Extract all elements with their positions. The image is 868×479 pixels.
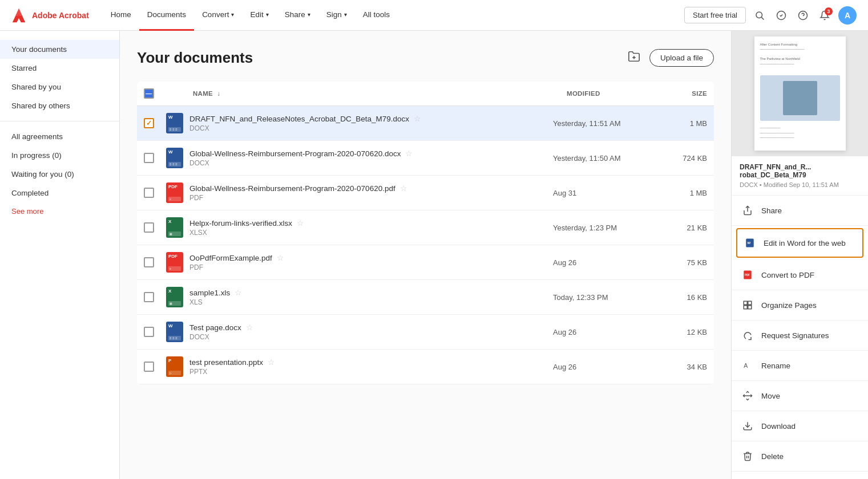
see-more-link[interactable]: See more <box>0 202 119 220</box>
col-header-name[interactable]: NAME ↓ <box>186 82 560 106</box>
search-button[interactable] <box>752 7 768 23</box>
preview-action-label: Organize Pages <box>761 301 817 310</box>
file-row[interactable]: W ≡ ≡ ≡ DRAFT_NFN_and_ReleaseNotes_Acrob… <box>137 106 714 140</box>
preview-action-share[interactable]: Share <box>732 196 868 226</box>
file-name: test presentation.pptx ☆ <box>189 358 553 367</box>
user-avatar[interactable]: A <box>838 6 857 25</box>
app-logo[interactable]: Adobe Acrobat <box>11 7 89 23</box>
col-header-checkbox: — <box>137 82 161 106</box>
preview-action-rename[interactable]: A Rename <box>732 351 868 381</box>
file-row[interactable]: P ▷ test presentation.pptx ☆ PPTX Aug 26… <box>137 350 714 384</box>
nav-links: Home Documents Convert ▾ Edit ▾ Share ▾ … <box>103 0 684 31</box>
preview-action-download[interactable]: Download <box>732 411 868 441</box>
file-modified: Aug 26 <box>553 363 656 371</box>
preview-action-convert-to-pdf[interactable]: PDF Convert to PDF <box>732 260 868 290</box>
sidebar-item-shared-by-you[interactable]: Shared by you <box>0 78 119 96</box>
folder-icon-button[interactable] <box>625 48 643 68</box>
preview-actions: Share W Edit in Word for the web PDF Con… <box>732 196 868 479</box>
file-icon: W ≡ ≡ ≡ <box>164 147 185 169</box>
main-content: Your documents Upload a file — <box>120 31 731 479</box>
col-header-modified[interactable]: MODIFIED <box>560 82 663 106</box>
rename-icon: A <box>741 359 754 372</box>
file-checkbox[interactable] <box>144 222 154 233</box>
table-row: W ≡ ≡ ≡ Global-Wellness-Reimbursement-Pr… <box>137 141 714 176</box>
file-modified: Aug 31 <box>553 189 656 197</box>
notifications-button[interactable]: 3 <box>817 7 833 23</box>
file-ext: PDF <box>189 194 553 202</box>
download-icon <box>741 419 754 433</box>
file-checkbox[interactable] <box>144 292 154 302</box>
file-icon: W ≡ ≡ ≡ <box>164 112 185 135</box>
sidebar-item-all-agreements[interactable]: All agreements <box>0 127 119 146</box>
preview-action-delete[interactable]: Delete <box>732 441 868 472</box>
check-icon[interactable] <box>773 7 789 23</box>
star-icon[interactable]: ☆ <box>414 114 421 123</box>
file-row[interactable]: PDF ≡ Global-Wellness-Reimbursement-Prog… <box>137 176 714 210</box>
file-icon: PDF ≡ <box>164 181 185 204</box>
star-icon[interactable]: ☆ <box>277 253 284 262</box>
preview-action-request-signatures[interactable]: Request Signatures <box>732 320 868 351</box>
nav-home[interactable]: Home <box>103 0 139 31</box>
nav-alltools[interactable]: All tools <box>355 0 398 31</box>
notification-badge: 3 <box>825 7 833 15</box>
preview-action-move[interactable]: Move <box>732 381 868 411</box>
sidebar-item-your-documents[interactable]: Your documents <box>0 40 119 59</box>
svg-rect-14 <box>744 306 747 309</box>
svg-rect-12 <box>744 301 747 305</box>
file-name: Global-Wellness-Reimbursement-Program-20… <box>189 184 553 193</box>
nav-share[interactable]: Share ▾ <box>277 0 318 31</box>
file-icon: P ▷ <box>164 355 185 378</box>
col-header-size[interactable]: SIZE <box>663 82 714 106</box>
star-icon[interactable]: ☆ <box>297 218 304 228</box>
svg-rect-13 <box>748 301 752 305</box>
start-trial-button[interactable]: Start free trial <box>684 7 746 23</box>
sidebar-item-in-progress[interactable]: In progress (0) <box>0 146 119 165</box>
preview-info: DRAFT_NFN_and_R... robat_DC_Beta_M79 DOC… <box>732 156 868 196</box>
file-name-cell: Helpx-forum-links-verified.xlsx ☆ XLSX <box>189 218 553 237</box>
table-row: PDF ≡ Global-Wellness-Reimbursement-Prog… <box>137 176 714 210</box>
file-row[interactable]: PDF ≡ OoPdfFormExample.pdf ☆ PDF Aug 26 … <box>137 245 714 279</box>
file-name-cell: Test page.docx ☆ DOCX <box>189 323 553 341</box>
preview-action-label: Share <box>761 206 782 215</box>
file-row[interactable]: W ≡ ≡ ≡ Global-Wellness-Reimbursement-Pr… <box>137 141 714 175</box>
file-name: Global-Wellness-Reimbursement-Program-20… <box>189 149 553 158</box>
topnav: Adobe Acrobat Home Documents Convert ▾ E… <box>0 0 868 31</box>
svg-text:PDF: PDF <box>745 274 750 277</box>
nav-convert[interactable]: Convert ▾ <box>194 0 242 31</box>
star-icon[interactable]: ☆ <box>268 358 275 367</box>
file-checkbox[interactable] <box>144 118 154 128</box>
sidebar-item-waiting-for-you[interactable]: Waiting for you (0) <box>0 165 119 184</box>
nav-sign[interactable]: Sign ▾ <box>318 0 355 31</box>
topnav-right: Start free trial 3 A <box>684 6 857 25</box>
preview-action-organize-pages[interactable]: Organize Pages <box>732 290 868 320</box>
sidebar-item-starred[interactable]: Starred <box>0 59 119 78</box>
star-icon[interactable]: ☆ <box>405 149 413 158</box>
file-row[interactable]: W ≡ ≡ ≡ Test page.docx ☆ DOCX Aug 26 12 … <box>137 315 714 349</box>
upload-button[interactable]: Upload a file <box>649 49 714 67</box>
file-size: 724 KB <box>656 154 707 163</box>
sidebar-item-shared-by-others[interactable]: Shared by others <box>0 96 119 115</box>
file-icon: W ≡ ≡ ≡ <box>164 320 185 343</box>
file-row[interactable]: X ▦ sample1.xls ☆ XLS Today, 12:33 PM 16… <box>137 280 714 314</box>
file-size: 1 MB <box>656 119 707 128</box>
star-icon[interactable]: ☆ <box>400 184 407 193</box>
nav-edit[interactable]: Edit ▾ <box>242 0 276 31</box>
preview-action-edit-in-word[interactable]: W Edit in Word for the web <box>736 228 863 258</box>
file-table: — NAME ↓ MODIFIED SIZE W <box>137 82 714 384</box>
svg-rect-15 <box>748 306 752 309</box>
file-row[interactable]: X ▦ Helpx-forum-links-verified.xlsx ☆ XL… <box>137 210 714 245</box>
table-row: X ▦ Helpx-forum-links-verified.xlsx ☆ XL… <box>137 210 714 245</box>
file-checkbox[interactable] <box>144 327 154 337</box>
file-checkbox[interactable] <box>144 257 154 267</box>
file-checkbox[interactable] <box>144 362 154 372</box>
sidebar-item-completed[interactable]: Completed <box>0 184 119 202</box>
star-icon[interactable]: ☆ <box>235 288 242 297</box>
file-checkbox[interactable] <box>144 153 154 163</box>
table-row: W ≡ ≡ ≡ DRAFT_NFN_and_ReleaseNotes_Acrob… <box>137 106 714 141</box>
move-icon <box>741 389 754 403</box>
preview-action-label: Request Signatures <box>761 331 829 340</box>
nav-documents[interactable]: Documents <box>139 0 194 31</box>
help-icon[interactable] <box>795 7 811 23</box>
star-icon[interactable]: ☆ <box>246 323 253 332</box>
file-checkbox[interactable] <box>144 188 154 198</box>
